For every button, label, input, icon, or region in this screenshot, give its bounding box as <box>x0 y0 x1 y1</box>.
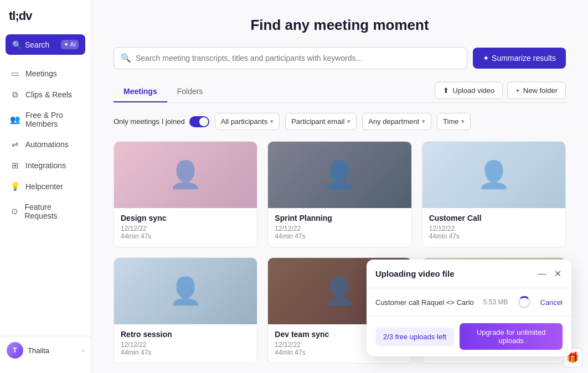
helpcenter-icon: 💡 <box>10 182 20 191</box>
search-button-label: Search <box>25 40 49 49</box>
upload-dialog: Uploading video file — ✕ Customer call R… <box>367 260 571 356</box>
sidebar-label-clips: Clips & Reels <box>25 90 72 99</box>
sidebar-label-meetings: Meetings <box>25 69 57 78</box>
avatar: T <box>7 342 23 359</box>
minus-icon: — <box>538 269 546 278</box>
free-uploads-badge: 2/3 free uploads left <box>375 328 454 346</box>
meeting-thumbnail: 👤 <box>114 258 257 324</box>
thumb-person: 👤 <box>268 142 411 208</box>
sidebar-label-feature-requests: Feature Requests <box>24 203 81 220</box>
search-input[interactable] <box>136 48 460 69</box>
sidebar-nav: ▭ Meetings ⧉ Clips & Reels 👥 Free & Pro … <box>0 64 91 336</box>
search-button[interactable]: 🔍 Search ✦ AI <box>6 34 85 55</box>
meeting-card[interactable]: 👤Customer Call12/12/2244min 47s <box>422 141 566 247</box>
participants-filter[interactable]: All participants ▾ <box>215 113 280 130</box>
meeting-card[interactable]: 👤Design sync12/12/2244min 47s <box>114 141 257 247</box>
upload-filename: Customer call Raquel <> Carlo <box>375 298 478 307</box>
department-label: Any department <box>368 117 419 126</box>
thumb-person: 👤 <box>422 142 565 208</box>
meeting-info: Customer Call12/12/2244min 47s <box>422 208 565 247</box>
new-folder-label: New folder <box>523 86 558 95</box>
caret-icon: ▾ <box>270 118 274 125</box>
close-button[interactable]: ✕ <box>553 267 563 280</box>
search-bar-wrapper: 🔍 ✦ Summarize results <box>114 47 566 69</box>
meeting-duration: 44min 47s <box>429 232 559 240</box>
new-folder-button[interactable]: + New folder <box>507 82 566 99</box>
automations-icon: ⇌ <box>10 139 20 149</box>
main-content: Find any meeting moment 🔍 ✦ Summarize re… <box>91 0 588 373</box>
ai-badge: ✦ AI <box>61 40 79 49</box>
meeting-thumbnail: 👤 <box>114 142 257 208</box>
summarize-button[interactable]: ✦ Summarize results <box>473 48 566 69</box>
tabs-row: Meetings Folders ⬆ Upload video + New fo… <box>114 81 566 103</box>
meeting-title: Sprint Planning <box>275 214 404 222</box>
sidebar-item-helpcenter[interactable]: 💡 Helpcenter <box>4 177 86 196</box>
logo: tl;dv <box>0 9 91 34</box>
search-container: 🔍 <box>114 47 467 69</box>
sidebar-label-automations: Automations <box>25 140 69 149</box>
participants-label: All participants <box>221 117 268 126</box>
meeting-thumbnail: 👤 <box>268 142 411 208</box>
search-icon: 🔍 <box>12 40 22 49</box>
meeting-duration: 44min 47s <box>121 349 250 356</box>
tab-folders[interactable]: Folders <box>167 81 213 102</box>
meetings-toggle[interactable] <box>189 116 209 127</box>
meetings-icon: ▭ <box>10 69 20 79</box>
upload-icon: ⬆ <box>443 86 449 95</box>
sidebar-item-clips[interactable]: ⧉ Clips & Reels <box>4 85 86 105</box>
meeting-thumbnail: 👤 <box>422 142 565 208</box>
cancel-upload-link[interactable]: Cancel <box>540 298 563 307</box>
meeting-title: Retro session <box>121 330 250 339</box>
email-label: Participant email <box>291 117 344 126</box>
tab-actions: ⬆ Upload video + New folder <box>435 82 566 102</box>
sidebar-item-automations[interactable]: ⇌ Automations <box>4 134 86 154</box>
sidebar-label-members: Free & Pro Members <box>25 111 81 128</box>
upload-item: Customer call Raquel <> Carlo 5.53 MB Ca… <box>367 288 571 317</box>
thumb-person: 👤 <box>114 142 257 208</box>
upgrade-button[interactable]: Upgrade for unlimited uploads <box>460 323 563 350</box>
loading-spinner <box>518 296 530 308</box>
sidebar-item-meetings[interactable]: ▭ Meetings <box>4 64 86 84</box>
sidebar-item-feature-requests[interactable]: ⊙ Feature Requests <box>4 198 86 225</box>
user-profile[interactable]: T Thalita › <box>0 336 91 364</box>
upload-video-label: Upload video <box>452 86 494 95</box>
meeting-info: Sprint Planning12/12/2244min 47s <box>268 208 411 247</box>
plus-icon: + <box>515 86 520 95</box>
page-title: Find any meeting moment <box>114 17 566 34</box>
sidebar-item-integrations[interactable]: ⊞ Integrations <box>4 156 86 175</box>
members-icon: 👥 <box>10 115 20 125</box>
minimize-button[interactable]: — <box>537 268 548 280</box>
integrations-icon: ⊞ <box>10 160 20 170</box>
toggle-label: Only meetings I joined <box>114 117 185 126</box>
upload-video-button[interactable]: ⬆ Upload video <box>435 82 503 99</box>
upload-filesize: 5.53 MB <box>483 298 508 306</box>
sidebar-item-members[interactable]: 👥 Free & Pro Members <box>4 106 86 133</box>
department-filter[interactable]: Any department ▾ <box>362 113 431 130</box>
feature-requests-icon: ⊙ <box>10 206 19 216</box>
dialog-controls: — ✕ <box>537 267 563 280</box>
thumb-person: 👤 <box>114 258 257 324</box>
sidebar-label-helpcenter: Helpcenter <box>25 182 63 191</box>
tabs: Meetings Folders <box>114 81 213 102</box>
meeting-card[interactable]: 👤Retro session12/12/2244min 47s <box>114 257 257 364</box>
tab-meetings[interactable]: Meetings <box>114 81 167 102</box>
meeting-title: Design sync <box>121 214 250 222</box>
upload-footer: 2/3 free uploads left Upgrade for unlimi… <box>367 317 571 356</box>
meeting-info: Retro session12/12/2244min 47s <box>114 324 257 363</box>
filters-row: Only meetings I joined All participants … <box>114 113 566 130</box>
meeting-info: Design sync12/12/2244min 47s <box>114 208 257 247</box>
caret-icon: ▾ <box>347 118 350 125</box>
meeting-card[interactable]: 👤Sprint Planning12/12/2244min 47s <box>267 141 411 247</box>
search-icon: 🔍 <box>121 53 131 63</box>
caret-icon: ▾ <box>422 118 425 125</box>
meeting-duration: 44min 47s <box>121 232 250 240</box>
meeting-date: 12/12/22 <box>121 225 250 232</box>
upload-dialog-header: Uploading video file — ✕ <box>367 260 571 288</box>
upload-dialog-title: Uploading video file <box>375 269 455 278</box>
email-filter[interactable]: Participant email ▾ <box>285 113 357 130</box>
time-label: Time <box>443 117 458 126</box>
sidebar: tl;dv 🔍 Search ✦ AI ▭ Meetings ⧉ Clips &… <box>0 0 91 373</box>
caret-icon: ▾ <box>461 118 465 125</box>
time-filter[interactable]: Time ▾ <box>437 113 471 130</box>
meeting-date: 12/12/22 <box>121 341 250 349</box>
